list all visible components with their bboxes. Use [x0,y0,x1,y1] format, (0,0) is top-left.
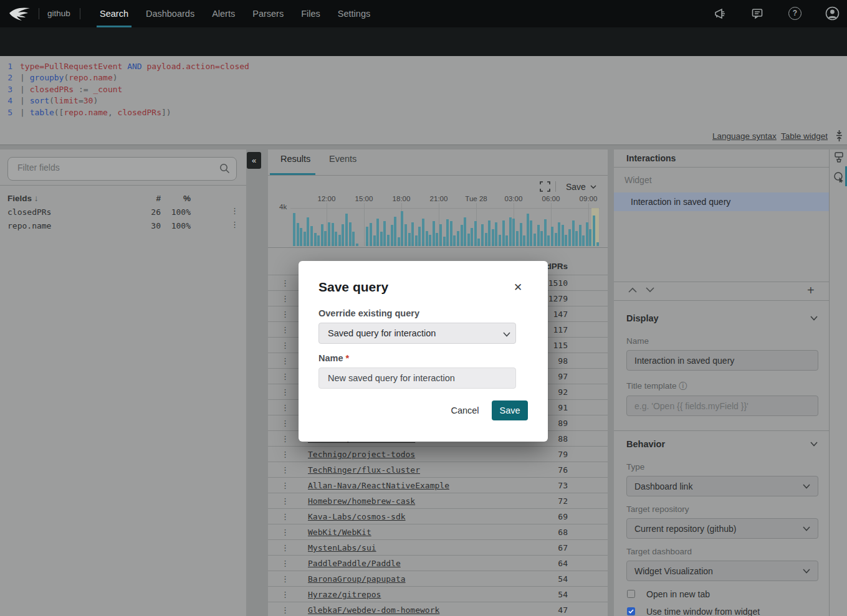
styling-tab-icon[interactable] [833,151,845,163]
row-menu-icon[interactable]: ⋮ [281,403,289,412]
nav-item-settings[interactable]: Settings [337,0,371,27]
repo-link[interactable]: Hyraze/gitrepos [308,590,381,599]
override-query-select[interactable]: Saved query for interaction [318,323,516,344]
interaction-group-label: Widget [624,175,652,185]
histogram-bar [352,232,355,246]
field-row[interactable]: repo.name30100%⋮ [0,221,246,235]
fields-column-header[interactable]: Fields ↓ [7,194,39,203]
target-repository-select[interactable]: Current repository (github) [626,518,818,539]
repo-selector[interactable]: github [47,0,70,27]
line-number: 1 [2,61,12,72]
save-button[interactable]: Save [492,400,528,420]
row-menu-icon[interactable]: ⋮ [281,605,289,615]
target-dashboard-select[interactable]: Widget Visualization [626,561,818,581]
nav-item-files[interactable]: Files [300,0,322,27]
histogram-bar [391,225,393,246]
repo-link[interactable]: MystenLabs/sui [308,543,376,552]
query-editor[interactable]: 1type=PullRequestEvent AND payload.actio… [0,56,847,128]
row-menu-icon[interactable]: ⋮ [281,450,289,459]
interaction-name-input[interactable]: Interaction in saved query [626,350,818,371]
dialog-title: Save query [318,280,388,295]
chevron-down-icon [803,484,810,489]
row-menu-icon[interactable]: ⋮ [281,590,289,599]
histogram-bar [401,211,403,246]
interactions-tab-icon[interactable] [833,171,845,182]
repo-link[interactable]: WebKit/WebKit [308,528,371,537]
closedprs-value: 91 [558,403,568,412]
language-syntax-link[interactable]: Language syntax [712,131,777,141]
histogram-bar [433,221,435,246]
open-in-new-tab-checkbox[interactable] [627,590,635,598]
query-line: 3| closedPRs := _count [0,84,847,95]
field-menu-icon[interactable]: ⋮ [231,206,239,216]
nav-item-parsers[interactable]: Parsers [251,0,285,27]
row-menu-icon[interactable]: ⋮ [281,372,289,381]
repo-link[interactable]: Allan-Nava/ReactNativeExample [308,481,449,490]
row-menu-icon[interactable]: ⋮ [281,325,289,334]
repo-link[interactable]: Kava-Labs/cosmos-sdk [308,512,406,521]
row-menu-icon[interactable]: ⋮ [281,559,289,568]
row-menu-icon[interactable]: ⋮ [281,496,289,506]
field-row[interactable]: closedPRs26100%⋮ [0,207,246,221]
display-section-header[interactable]: Display [626,313,659,323]
row-menu-icon[interactable]: ⋮ [281,341,289,350]
repo-link[interactable]: PaddlePaddle/Paddle [308,559,401,568]
add-interaction-button[interactable]: + [807,283,815,298]
nav-item-alerts[interactable]: Alerts [211,0,236,27]
right-rail [829,149,847,616]
histogram-bar [499,235,501,246]
row-menu-icon[interactable]: ⋮ [281,512,289,521]
chevron-down-icon[interactable] [810,316,818,321]
move-up-icon[interactable] [628,287,637,293]
chevron-down-icon[interactable] [810,442,818,447]
tab-results[interactable]: Results [280,154,310,164]
row-menu-icon[interactable]: ⋮ [281,387,289,397]
repo-link[interactable]: BaronaGroup/papupata [308,574,406,584]
row-menu-icon[interactable]: ⋮ [281,574,289,584]
move-down-icon[interactable] [646,287,654,293]
row-menu-icon[interactable]: ⋮ [281,278,289,288]
repo-link[interactable]: Homebrew/homebrew-cask [308,496,415,506]
row-menu-icon[interactable]: ⋮ [281,356,289,366]
nav-item-search[interactable]: Search [98,0,130,27]
row-menu-icon[interactable]: ⋮ [281,543,289,552]
query-name-input[interactable]: New saved query for interaction [318,367,516,389]
collapse-fields-panel-button[interactable]: « [247,152,261,169]
repo-link[interactable]: Technigo/project-todos [308,450,415,459]
table-widget-link[interactable]: Table widget [781,131,828,141]
help-icon[interactable]: ? [788,7,802,20]
repo-link[interactable]: TechRinger/flux-cluster [308,465,420,475]
row-menu-icon[interactable]: ⋮ [281,528,289,537]
cancel-button[interactable]: Cancel [447,402,482,419]
field-count: 26 [131,207,161,217]
row-menu-icon[interactable]: ⋮ [281,465,289,475]
row-menu-icon[interactable]: ⋮ [281,310,289,319]
behavior-section-header[interactable]: Behavior [626,439,665,449]
tab-events[interactable]: Events [329,154,357,164]
repo-link[interactable]: GlebkaF/webdev-dom-homework [308,605,439,615]
announcements-icon[interactable] [714,7,726,20]
histogram-bar [436,233,438,246]
feedback-icon[interactable] [751,7,763,20]
nav-item-dashboards[interactable]: Dashboards [145,0,196,27]
crowdstrike-falcon-logo[interactable] [9,6,32,22]
interaction-list-item-selected[interactable]: Interaction in saved query [614,192,829,211]
info-icon[interactable]: ⓘ [679,381,687,391]
use-time-window-label: Use time window from widget [646,607,760,616]
type-select[interactable]: Dashboard link [626,476,818,496]
collapse-editor-icon[interactable] [835,130,844,141]
row-menu-icon[interactable]: ⋮ [281,434,289,443]
row-menu-icon[interactable]: ⋮ [281,419,289,428]
use-time-window-checkbox[interactable] [627,607,635,615]
field-menu-icon[interactable]: ⋮ [231,220,239,229]
row-menu-icon[interactable]: ⋮ [281,294,289,303]
fullscreen-icon[interactable] [540,181,550,192]
histogram-bar [593,216,595,246]
query-line: 1type=PullRequestEvent AND payload.actio… [0,61,847,72]
title-template-input[interactable]: e.g. 'Open {{ fields.myField }}' [626,396,818,416]
save-dropdown[interactable]: Save [566,182,596,192]
x-axis-ticks: 12:0015:0018:0021:00Tue 2803:0006:0009:0… [268,195,608,203]
user-avatar-icon[interactable] [825,6,840,21]
close-icon[interactable]: ✕ [514,281,522,294]
row-menu-icon[interactable]: ⋮ [281,481,289,490]
